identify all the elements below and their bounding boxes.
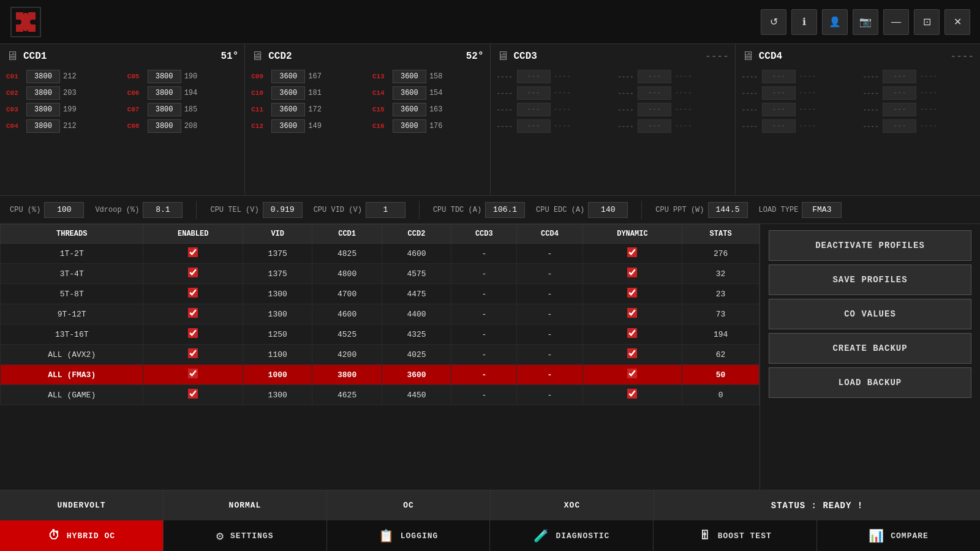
enabled-cell[interactable] — [143, 345, 243, 365]
core-stat: 208 — [184, 122, 202, 130]
ccd-row: 🖥 CCD1 51° C01 212 C05 190 C02 203 C06 1… — [0, 44, 980, 196]
dynamic-cell-checkbox[interactable] — [627, 389, 637, 399]
core-freq-input[interactable] — [26, 70, 60, 83]
table-row: 9T-12T130046004400--73 — [1, 304, 760, 324]
core-label: C11 — [251, 106, 268, 113]
action-btn-load-backup[interactable]: LOAD BACKUP — [769, 367, 971, 398]
core-freq-input[interactable] — [393, 103, 426, 116]
enabled-cell[interactable] — [143, 284, 243, 304]
core-freq-input — [638, 103, 671, 116]
enabled-cell-checkbox[interactable] — [188, 268, 198, 277]
core-freq-input[interactable] — [26, 103, 60, 116]
nav-item-boost-test[interactable]: 🎚 BOOST TEST — [654, 520, 817, 551]
metric-input[interactable] — [802, 202, 842, 218]
dynamic-cell[interactable] — [582, 324, 682, 345]
metric-input[interactable] — [44, 202, 84, 218]
core-freq-input[interactable] — [148, 103, 181, 116]
dynamic-cell[interactable] — [582, 244, 682, 264]
enabled-cell-checkbox[interactable] — [188, 308, 198, 318]
table-row: ALL (AVX2)110042004025--62 — [1, 345, 760, 365]
enabled-cell[interactable] — [143, 385, 243, 405]
ccd1-cell: 4800 — [312, 264, 382, 284]
core-freq-input[interactable] — [271, 70, 305, 83]
core-row: C02 203 — [6, 86, 118, 100]
restore-button[interactable]: ⊡ — [914, 9, 940, 35]
nav-item-compare[interactable]: 📊 COMPARE — [817, 520, 980, 551]
dynamic-cell-checkbox[interactable] — [627, 247, 637, 257]
mode-btn-oc[interactable]: OC — [327, 490, 491, 520]
core-freq-input[interactable] — [393, 119, 426, 133]
dynamic-cell-checkbox[interactable] — [627, 348, 637, 358]
mode-btn-xoc[interactable]: XOC — [491, 490, 654, 520]
sidebar-buttons: DEACTIVATE PROFILESSAVE PROFILESCO VALUE… — [760, 224, 980, 490]
dynamic-cell[interactable] — [582, 385, 682, 405]
dynamic-cell[interactable] — [582, 365, 682, 385]
dynamic-cell[interactable] — [582, 345, 682, 365]
dynamic-cell-checkbox[interactable] — [627, 369, 637, 378]
core-freq-input[interactable] — [148, 86, 181, 100]
enabled-cell-checkbox[interactable] — [188, 288, 198, 298]
enabled-cell[interactable] — [143, 264, 243, 284]
enabled-cell[interactable] — [143, 304, 243, 324]
core-freq-input[interactable] — [271, 103, 305, 116]
nav-item-diagnostic[interactable]: 🧪 DIAGNOSTIC — [490, 520, 654, 551]
core-freq-input[interactable] — [271, 86, 305, 100]
dynamic-cell-checkbox[interactable] — [627, 268, 637, 277]
metric-input[interactable] — [588, 202, 628, 218]
core-stat: ---- — [919, 89, 937, 97]
enabled-cell-checkbox[interactable] — [188, 369, 198, 378]
enabled-cell-checkbox[interactable] — [188, 348, 198, 358]
nav-item-hybrid-oc[interactable]: ⏱ HYBRID OC — [0, 520, 164, 551]
metric-input[interactable] — [143, 202, 183, 218]
action-btn-create-backup[interactable]: CREATE BACKUP — [769, 333, 971, 364]
mode-btn-normal[interactable]: NORMAL — [164, 490, 327, 520]
dynamic-cell[interactable] — [582, 264, 682, 284]
metric-input[interactable] — [485, 202, 525, 218]
core-freq-input[interactable] — [26, 119, 60, 133]
dynamic-cell-checkbox[interactable] — [627, 308, 637, 318]
action-btn-deactivate-profiles[interactable]: DEACTIVATE PROFILES — [769, 230, 971, 261]
ccd3-cell: - — [451, 264, 517, 284]
enabled-cell-checkbox[interactable] — [188, 328, 198, 338]
core-freq-input[interactable] — [148, 119, 181, 133]
core-freq-input[interactable] — [393, 86, 426, 100]
enabled-cell[interactable] — [143, 365, 243, 385]
enabled-cell-checkbox[interactable] — [188, 389, 198, 399]
logo-icon — [10, 6, 42, 38]
core-label: ---- — [742, 89, 759, 97]
camera-button[interactable]: 📷 — [853, 9, 878, 35]
core-freq-input[interactable] — [148, 70, 181, 83]
metric-input[interactable] — [366, 202, 405, 218]
profile-button[interactable]: 👤 — [822, 9, 848, 35]
core-stat: 212 — [63, 72, 80, 81]
nav-item-logging[interactable]: 📋 LOGGING — [327, 520, 491, 551]
metric-label: LOAD TYPE — [759, 206, 799, 214]
dynamic-cell-checkbox[interactable] — [627, 288, 637, 298]
ccd3-cell: - — [451, 244, 517, 264]
core-freq-input[interactable] — [271, 119, 305, 133]
core-stat: ---- — [919, 72, 937, 81]
action-btn-save-profiles[interactable]: SAVE PROFILES — [769, 264, 971, 295]
action-btn-co-values[interactable]: CO VALUES — [769, 299, 971, 329]
enabled-cell-checkbox[interactable] — [188, 247, 198, 257]
core-freq-input[interactable] — [393, 70, 426, 83]
metric-input[interactable] — [263, 202, 303, 218]
minimize-button[interactable]: — — [883, 9, 909, 35]
dynamic-cell[interactable] — [582, 284, 682, 304]
core-freq-input[interactable] — [26, 86, 60, 100]
nav-item-settings[interactable]: ⚙ SETTINGS — [164, 520, 327, 551]
enabled-cell[interactable] — [143, 244, 243, 264]
dynamic-cell[interactable] — [582, 304, 682, 324]
metric-input[interactable] — [708, 202, 748, 218]
core-label: C16 — [372, 122, 390, 130]
core-stat: 212 — [63, 122, 80, 130]
refresh-button[interactable]: ↺ — [761, 9, 786, 35]
stats-cell: 50 — [682, 365, 760, 385]
enabled-cell[interactable] — [143, 324, 243, 345]
close-button[interactable]: ✕ — [944, 9, 970, 35]
dynamic-cell-checkbox[interactable] — [627, 328, 637, 338]
info-button[interactable]: ℹ — [791, 9, 817, 35]
mode-btn-undervolt[interactable]: UNDERVOLT — [0, 490, 164, 520]
nav-icon: 🎚 — [699, 528, 712, 543]
core-stat: ---- — [674, 72, 692, 81]
